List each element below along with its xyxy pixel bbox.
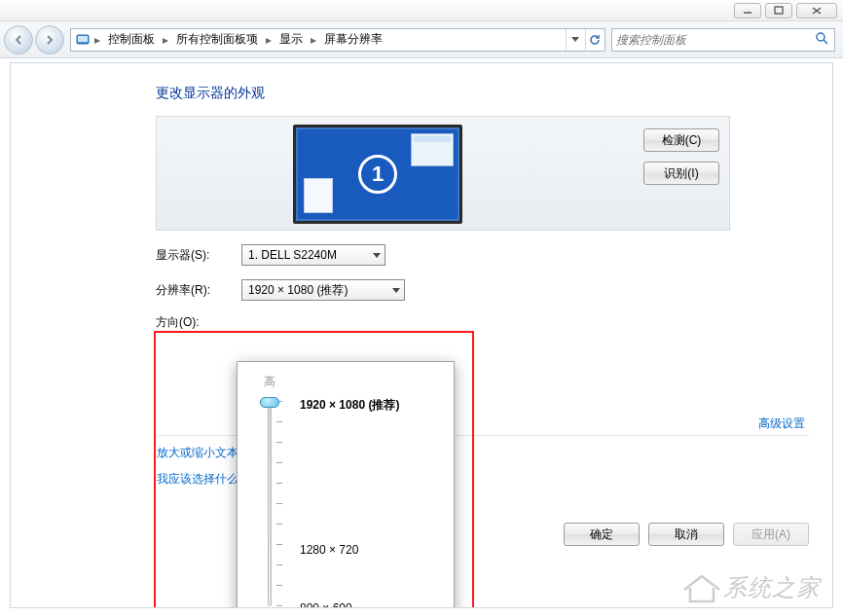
chevron-right-icon: ▸	[309, 33, 318, 47]
watermark: 系统之家	[680, 572, 821, 603]
preview-window-icon	[304, 178, 333, 213]
maximize-button[interactable]	[765, 3, 792, 18]
monitor-thumbnail[interactable]: 1	[293, 125, 462, 224]
nav-forward-button[interactable]	[35, 25, 64, 54]
display-label: 显示器(S):	[156, 247, 228, 264]
identify-button[interactable]: 识别(I)	[643, 162, 719, 185]
svg-rect-5	[78, 36, 88, 42]
text-size-link[interactable]: 放大或缩小文本	[157, 445, 238, 461]
resolution-dropdown[interactable]: 1920 × 1080 (推荐)	[241, 279, 405, 301]
chevron-right-icon: ▸	[264, 33, 274, 47]
display-dropdown[interactable]: 1. DELL S2240M	[241, 244, 385, 266]
chevron-right-icon: ▸	[92, 33, 102, 47]
page-title: 更改显示器的外观	[156, 85, 809, 102]
resolution-slider-thumb[interactable]	[260, 397, 279, 408]
preview-window-icon	[411, 133, 454, 166]
resolution-option[interactable]: 800 × 600	[300, 601, 352, 608]
close-button[interactable]	[796, 3, 837, 18]
chevron-right-icon: ▸	[161, 33, 170, 47]
svg-rect-1	[775, 7, 783, 14]
resolution-option[interactable]: 1280 × 720	[300, 543, 358, 557]
breadcrumb-item[interactable]: 控制面板	[104, 29, 159, 50]
address-bar[interactable]: ▸ 控制面板 ▸ 所有控制面板项 ▸ 显示 ▸ 屏幕分辨率	[70, 28, 605, 52]
window-titlebar	[0, 0, 843, 21]
search-icon[interactable]	[813, 31, 830, 48]
resolution-slider-track[interactable]	[268, 400, 272, 606]
display-dropdown-value: 1. DELL S2240M	[248, 248, 337, 262]
control-panel-icon	[75, 32, 91, 48]
chevron-down-icon	[373, 253, 381, 258]
breadcrumb-item[interactable]: 屏幕分辨率	[320, 29, 386, 50]
refresh-button[interactable]	[585, 29, 603, 51]
resolution-label: 分辨率(R):	[156, 282, 228, 299]
svg-line-7	[824, 40, 827, 44]
minimize-button[interactable]	[734, 3, 761, 18]
breadcrumb-item[interactable]: 显示	[275, 29, 307, 50]
search-box[interactable]	[611, 28, 835, 52]
house-icon	[680, 572, 719, 603]
resolution-popup: 高 低 1920 × 1080 (推荐)	[237, 361, 455, 608]
svg-point-6	[817, 33, 825, 41]
detect-button[interactable]: 检测(C)	[643, 128, 719, 152]
cancel-button[interactable]: 取消	[648, 523, 724, 546]
advanced-settings-link[interactable]: 高级设置	[758, 416, 805, 432]
apply-button: 应用(A)	[733, 523, 809, 546]
search-input[interactable]	[616, 33, 813, 47]
slider-high-label: 高	[264, 374, 275, 390]
resolution-dropdown-value: 1920 × 1080 (推荐)	[248, 282, 348, 299]
toolbar: ▸ 控制面板 ▸ 所有控制面板项 ▸ 显示 ▸ 屏幕分辨率	[0, 21, 843, 58]
monitor-number-badge: 1	[358, 155, 397, 194]
content-area: 更改显示器的外观 1 检测(C) 识别(I) 显示器(S): 1. DELL S…	[10, 62, 833, 608]
watermark-text: 系统之家	[723, 572, 821, 603]
display-preview-panel: 1 检测(C) 识别(I)	[156, 116, 730, 231]
breadcrumb-item[interactable]: 所有控制面板项	[172, 29, 262, 50]
chevron-down-icon	[392, 288, 400, 293]
nav-back-button[interactable]	[4, 25, 33, 54]
what-choose-link[interactable]: 我应该选择什么	[157, 471, 238, 488]
address-dropdown-button[interactable]	[566, 29, 583, 51]
ok-button[interactable]: 确定	[564, 523, 640, 546]
orientation-label: 方向(O):	[156, 314, 228, 331]
resolution-option[interactable]: 1920 × 1080 (推荐)	[300, 397, 399, 414]
